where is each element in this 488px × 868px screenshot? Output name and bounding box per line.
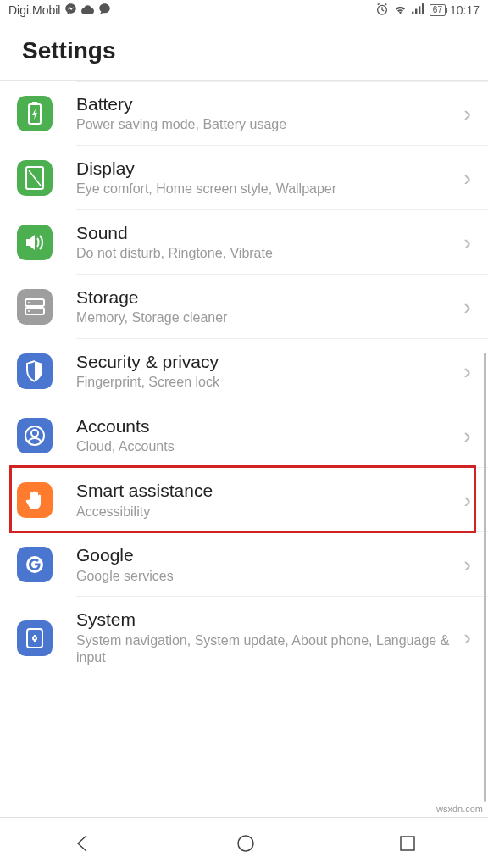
svg-rect-1 [415, 9, 417, 14]
svg-point-11 [28, 310, 30, 312]
svg-rect-14 [27, 629, 42, 648]
clock-label: 10:17 [450, 3, 480, 17]
item-subtitle: Google services [76, 568, 458, 586]
item-title: Smart assistance [76, 480, 458, 502]
item-title: Storage [76, 287, 458, 309]
storage-icon [17, 289, 53, 325]
watermark: wsxdn.com [436, 804, 483, 814]
settings-item-security[interactable]: Security & privacy Fingerprint, Screen l… [0, 339, 488, 403]
item-subtitle: System navigation, System update, About … [76, 632, 458, 668]
wifi-icon [393, 3, 408, 18]
item-title: Accounts [76, 415, 458, 437]
chevron-right-icon: › [458, 625, 476, 651]
item-subtitle: Memory, Storage cleaner [76, 309, 458, 327]
accounts-icon [17, 418, 53, 453]
svg-point-18 [238, 836, 253, 851]
chevron-right-icon: › [458, 101, 476, 127]
battery-icon: 67 [430, 4, 446, 16]
svg-point-13 [31, 430, 38, 437]
svg-rect-0 [412, 12, 413, 14]
nav-home-button[interactable] [235, 832, 257, 854]
svg-rect-3 [422, 3, 424, 14]
hand-icon [17, 482, 53, 518]
item-title: Google [76, 544, 458, 566]
item-subtitle: Eye comfort, Home screen style, Wallpape… [76, 181, 458, 198]
chevron-right-icon: › [458, 423, 476, 449]
page-title: Settings [22, 37, 466, 64]
settings-item-google[interactable]: Google Google services › [0, 532, 488, 597]
item-subtitle: Cloud, Accounts [76, 438, 458, 456]
shield-icon [17, 353, 53, 389]
chat-icon [98, 3, 111, 18]
chevron-right-icon: › [458, 359, 476, 385]
status-left: Digi.Mobil [8, 3, 111, 18]
system-icon [17, 620, 53, 656]
item-subtitle: Fingerprint, Screen lock [76, 374, 458, 392]
signal-icon [412, 3, 425, 17]
chevron-right-icon: › [458, 165, 476, 192]
settings-item-smart-assistance[interactable]: Smart assistance Accessibility › [0, 468, 488, 532]
settings-item-storage[interactable]: Storage Memory, Storage cleaner › [0, 275, 488, 339]
item-title: System [76, 609, 458, 631]
svg-rect-2 [419, 6, 420, 14]
settings-list: Battery Power saving mode, Battery usage… [0, 81, 488, 679]
settings-item-sound[interactable]: Sound Do not disturb, Ringtone, Vibrate … [0, 210, 488, 275]
item-title: Sound [76, 222, 458, 244]
chevron-right-icon: › [458, 294, 476, 320]
sound-icon [17, 225, 53, 260]
settings-item-system[interactable]: System System navigation, System update,… [0, 597, 488, 679]
svg-rect-5 [32, 102, 37, 104]
settings-item-battery[interactable]: Battery Power saving mode, Battery usage… [0, 81, 488, 146]
nav-back-button[interactable] [71, 832, 93, 854]
page-header: Settings [0, 20, 488, 80]
navigation-bar [0, 817, 488, 868]
svg-point-10 [28, 302, 30, 303]
item-title: Battery [76, 93, 458, 115]
item-title: Security & privacy [76, 351, 458, 373]
settings-item-display[interactable]: Display Eye comfort, Home screen style, … [0, 146, 488, 210]
chevron-right-icon: › [458, 552, 476, 578]
messenger-icon [64, 3, 77, 18]
chevron-right-icon: › [458, 487, 476, 514]
item-subtitle: Accessibility [76, 504, 458, 521]
svg-line-7 [29, 170, 41, 186]
item-title: Display [76, 158, 458, 180]
item-subtitle: Do not disturb, Ringtone, Vibrate [76, 245, 458, 263]
item-subtitle: Power saving mode, Battery usage [76, 116, 458, 134]
nav-recent-button[interactable] [398, 834, 417, 853]
alarm-icon [375, 3, 389, 19]
carrier-label: Digi.Mobil [8, 3, 60, 17]
google-icon [17, 547, 53, 582]
battery-icon [17, 96, 53, 131]
scrollbar[interactable] [484, 353, 486, 802]
status-right: 67 10:17 [375, 3, 480, 19]
chevron-right-icon: › [458, 230, 476, 256]
svg-point-15 [33, 637, 36, 640]
cloud-icon [81, 3, 94, 17]
settings-item-accounts[interactable]: Accounts Cloud, Accounts › [0, 403, 488, 468]
status-bar: Digi.Mobil 67 10:17 [0, 0, 488, 20]
display-icon [17, 160, 53, 196]
svg-rect-19 [401, 837, 414, 850]
